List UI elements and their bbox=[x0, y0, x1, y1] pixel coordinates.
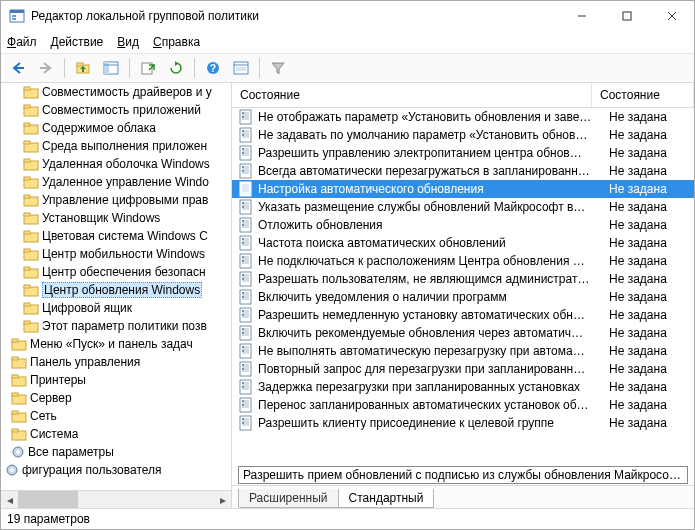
tree-item[interactable]: Среда выполнения приложен bbox=[1, 137, 231, 155]
close-button[interactable] bbox=[649, 1, 694, 31]
policy-name: Отложить обновления bbox=[258, 218, 605, 232]
filter-button[interactable] bbox=[265, 56, 291, 80]
svg-rect-45 bbox=[24, 285, 30, 288]
window-controls bbox=[559, 1, 694, 31]
policy-row[interactable]: Включить уведомления о наличии программН… bbox=[232, 288, 694, 306]
tree-item[interactable]: Сервер bbox=[1, 389, 231, 407]
tree-list[interactable]: Совместимость драйверов и уСовместимость… bbox=[1, 83, 231, 490]
tree-item-label: Система bbox=[30, 427, 78, 441]
minimize-button[interactable] bbox=[559, 1, 604, 31]
policy-row[interactable]: Разрешить управлению электропитанием цен… bbox=[232, 144, 694, 162]
up-button[interactable] bbox=[70, 56, 96, 80]
svg-point-161 bbox=[242, 350, 244, 352]
policy-icon bbox=[238, 397, 254, 413]
properties-button[interactable] bbox=[228, 56, 254, 80]
svg-rect-1 bbox=[10, 10, 24, 13]
svg-point-92 bbox=[242, 166, 244, 168]
policy-row[interactable]: Не выполнять автоматическую перезагрузку… bbox=[232, 342, 694, 360]
refresh-button[interactable] bbox=[163, 56, 189, 80]
tree-item[interactable]: Управление цифровыми прав bbox=[1, 191, 231, 209]
folder-icon bbox=[23, 85, 39, 99]
toolbar: ? bbox=[1, 54, 694, 83]
tree-item-label: Удаленная оболочка Windows bbox=[42, 157, 210, 171]
scroll-thumb[interactable] bbox=[18, 491, 78, 508]
policy-list[interactable]: Не отображать параметр «Установить обнов… bbox=[232, 108, 694, 464]
tree-item[interactable]: Сеть bbox=[1, 407, 231, 425]
list-header: Состояние Состояние bbox=[232, 83, 694, 108]
tab-extended[interactable]: Расширенный bbox=[238, 489, 339, 508]
svg-point-139 bbox=[242, 292, 244, 294]
policy-row[interactable]: Настройка автоматического обновленияНе з… bbox=[232, 180, 694, 198]
help-button[interactable]: ? bbox=[200, 56, 226, 80]
policy-row[interactable]: Отложить обновленияНе задана bbox=[232, 216, 694, 234]
svg-point-119 bbox=[242, 242, 244, 244]
policy-icon bbox=[238, 379, 254, 395]
policy-name: Разрешать пользователям, не являющимся а… bbox=[258, 272, 605, 286]
scroll-left-button[interactable]: ◂ bbox=[1, 491, 18, 508]
folder-icon bbox=[23, 265, 39, 279]
tree-item[interactable]: Принтеры bbox=[1, 371, 231, 389]
policy-row[interactable]: Разрешать пользователям, не являющимся а… bbox=[232, 270, 694, 288]
svg-point-112 bbox=[242, 224, 244, 226]
tab-standard[interactable]: Стандартный bbox=[338, 489, 435, 508]
svg-point-111 bbox=[242, 220, 244, 222]
menu-action[interactable]: Действие bbox=[51, 35, 104, 49]
svg-point-132 bbox=[242, 274, 244, 276]
tree-item[interactable]: Совместимость драйверов и у bbox=[1, 83, 231, 101]
tree-item[interactable]: Меню «Пуск» и панель задач bbox=[1, 335, 231, 353]
column-state[interactable]: Состояние bbox=[592, 83, 694, 107]
tree-item-label: Удаленное управление Windo bbox=[42, 175, 209, 189]
folder-icon bbox=[11, 373, 27, 387]
export-button[interactable] bbox=[135, 56, 161, 80]
policy-row[interactable]: Разрешить клиенту присоединение к целево… bbox=[232, 414, 694, 432]
policy-row[interactable]: Не отображать параметр «Установить обнов… bbox=[232, 108, 694, 126]
policy-row[interactable]: Повторный запрос для перезагрузки при за… bbox=[232, 360, 694, 378]
policy-row[interactable]: Частота поиска автоматических обновлений… bbox=[232, 234, 694, 252]
tree-item[interactable]: Центр мобильности Windows bbox=[1, 245, 231, 263]
tooltip: Разрешить прием обновлений с подписью из… bbox=[238, 466, 688, 484]
policy-icon bbox=[238, 325, 254, 341]
policy-row[interactable]: Не задавать по умолчанию параметр «Устан… bbox=[232, 126, 694, 144]
maximize-button[interactable] bbox=[604, 1, 649, 31]
tree-hscrollbar[interactable]: ◂ ▸ bbox=[1, 490, 231, 508]
tree-item[interactable]: Установщик Windows bbox=[1, 209, 231, 227]
tree-item[interactable]: Центр обеспечения безопасн bbox=[1, 263, 231, 281]
tree-item[interactable]: Этот параметр политики позв bbox=[1, 317, 231, 335]
tree-item[interactable]: Цветовая система Windows C bbox=[1, 227, 231, 245]
svg-point-133 bbox=[242, 278, 244, 280]
tree-item[interactable]: Удаленная оболочка Windows bbox=[1, 155, 231, 173]
back-button[interactable] bbox=[5, 56, 31, 80]
menu-view[interactable]: Вид bbox=[117, 35, 139, 49]
show-hide-tree-button[interactable] bbox=[98, 56, 124, 80]
scroll-track[interactable] bbox=[18, 491, 214, 508]
tree-item[interactable]: Удаленное управление Windo bbox=[1, 173, 231, 191]
scroll-right-button[interactable]: ▸ bbox=[214, 491, 231, 508]
policy-row[interactable]: Указать размещение службы обновлений Май… bbox=[232, 198, 694, 216]
tree-item[interactable]: Содержимое облака bbox=[1, 119, 231, 137]
folder-icon bbox=[23, 283, 39, 297]
menu-file[interactable]: Файл bbox=[7, 35, 37, 49]
policy-row[interactable]: Разрешить немедленную установку автомати… bbox=[232, 306, 694, 324]
policy-row[interactable]: Перенос запланированных автоматических у… bbox=[232, 396, 694, 414]
tree-item-label: Управление цифровыми прав bbox=[42, 193, 208, 207]
tree-item[interactable]: фигурация пользователя bbox=[1, 461, 231, 479]
column-name[interactable]: Состояние bbox=[232, 83, 592, 107]
forward-button[interactable] bbox=[33, 56, 59, 80]
policy-row[interactable]: Задержка перезагрузки при запланированны… bbox=[232, 378, 694, 396]
policy-state: Не задана bbox=[605, 218, 694, 232]
tree-item-label: Цветовая система Windows C bbox=[42, 229, 208, 243]
policy-state: Не задана bbox=[605, 200, 694, 214]
tree-item[interactable]: Панель управления bbox=[1, 353, 231, 371]
tree-item[interactable]: Центр обновления Windows bbox=[1, 281, 231, 299]
policy-row[interactable]: Всегда автоматически перезагружаться в з… bbox=[232, 162, 694, 180]
tree-item[interactable]: Система bbox=[1, 425, 231, 443]
tree-item[interactable]: Все параметры bbox=[1, 443, 231, 461]
folder-icon bbox=[23, 103, 39, 117]
menu-help[interactable]: Справка bbox=[153, 35, 200, 49]
svg-point-182 bbox=[242, 404, 244, 406]
tree-item-label: Центр обновления Windows bbox=[42, 282, 202, 298]
tree-item[interactable]: Цифровой ящик bbox=[1, 299, 231, 317]
tree-item[interactable]: Совместимость приложений bbox=[1, 101, 231, 119]
policy-row[interactable]: Не подключаться к расположениям Центра о… bbox=[232, 252, 694, 270]
policy-row[interactable]: Включить рекомендуемые обновления через … bbox=[232, 324, 694, 342]
